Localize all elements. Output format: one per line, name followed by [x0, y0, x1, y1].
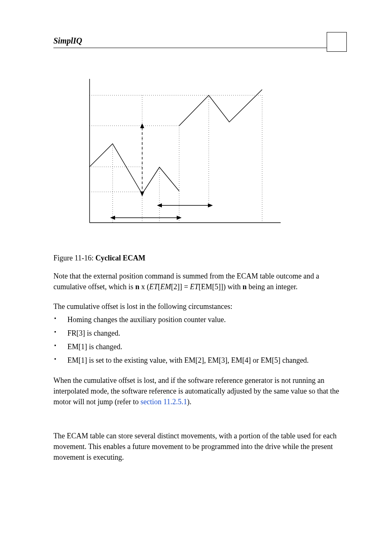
svg-marker-10: [140, 123, 144, 128]
header-left: SimplIQ: [53, 36, 327, 48]
paragraph-4: The ECAM table can store several distinc…: [53, 431, 347, 463]
paragraph-2: The cumulative offset is lost in the fol…: [53, 301, 347, 312]
paragraph-3: When the cumulative offset is lost, and …: [53, 375, 347, 407]
figure-caption-label: Figure 11-16:: [53, 254, 95, 262]
bullet-list: Homing changes the auxiliary position co…: [53, 314, 347, 366]
figure-caption: Figure 11-16: Cyclical ECAM: [53, 254, 347, 263]
paragraph-1: Note that the external position command …: [53, 271, 347, 292]
header-box: [327, 32, 347, 52]
p1-n2: n: [242, 283, 247, 291]
p1-text-f: being an integer.: [247, 283, 297, 291]
p1-text-e: [EM[5]]) with: [198, 283, 242, 291]
p1-it2: EM: [160, 283, 171, 291]
page: SimplIQ: [0, 0, 392, 555]
svg-marker-11: [140, 191, 144, 196]
list-item: EM[1] is set to the existing value, with…: [53, 355, 347, 366]
brand-title: SimplIQ: [53, 36, 327, 48]
p1-n1: n: [135, 283, 139, 291]
ecam-chart-svg: [73, 75, 285, 231]
p3-text-a: When the cumulative offset is lost, and …: [53, 376, 339, 406]
list-item: FR[3] is changed.: [53, 328, 347, 339]
list-item: EM[1] is changed.: [53, 341, 347, 352]
p3-text-b: ).: [187, 398, 191, 406]
figure-caption-title: Cyclical ECAM: [95, 254, 145, 262]
svg-marker-17: [208, 203, 213, 207]
p1-it1: ET: [149, 283, 158, 291]
page-header: SimplIQ: [53, 36, 347, 52]
p1-text-d: [2]] =: [171, 283, 190, 291]
p1-it3: ET: [190, 283, 198, 291]
header-rule: [53, 48, 327, 48]
svg-marker-16: [157, 203, 162, 207]
section-link[interactable]: section 11.2.5.1: [141, 398, 187, 406]
list-item: Homing changes the auxiliary position co…: [53, 314, 347, 325]
figure-cyclical-ecam: [73, 75, 347, 233]
p1-text-b: x (: [139, 283, 149, 291]
